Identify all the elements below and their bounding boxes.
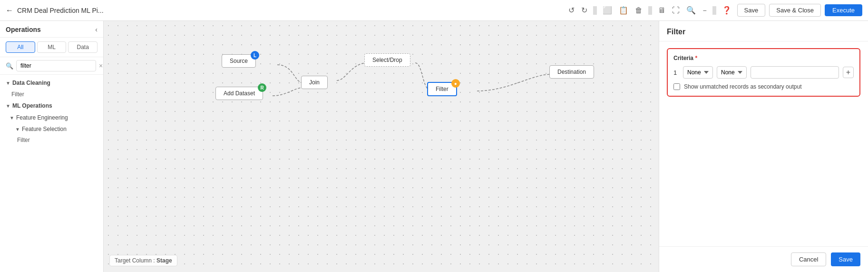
node-filter-label: Filter: [436, 86, 449, 92]
divider1: [593, 6, 597, 15]
undo-icon[interactable]: ↺: [566, 5, 576, 16]
node-add-dataset-badge: R: [258, 83, 266, 92]
panel-body: Criteria * 1 None None + Show unm: [659, 41, 868, 246]
subsection-feature-selection-label: Feature Selection: [22, 126, 67, 132]
page-title: CRM Deal Prediction ML Pi...: [17, 7, 104, 14]
divider3: [712, 6, 716, 15]
node-source[interactable]: Source L: [222, 54, 256, 68]
sidebar-title: Operations: [6, 26, 41, 33]
canvas[interactable]: Source L Add Dataset R Join Select/Drop …: [104, 21, 659, 272]
node-join-label: Join: [309, 79, 320, 86]
topbar-icons: ↺ ↻ ⬜ 📋 🗑 🖥 ⛶ 🔍 − ❓: [566, 5, 733, 16]
criteria-required-star: *: [695, 55, 697, 61]
cancel-button[interactable]: Cancel: [791, 252, 826, 266]
sidebar-search-container: 🔍 ×: [0, 57, 103, 75]
node-select-drop[interactable]: Select/Drop: [364, 53, 410, 67]
save-button[interactable]: Save: [737, 4, 766, 17]
execute-button[interactable]: Execute: [825, 4, 862, 16]
panel-footer: Cancel Save: [659, 246, 868, 272]
sidebar-item-filter-cleaning[interactable]: Filter: [0, 89, 103, 100]
subsection-feature-engineering[interactable]: ▼ Feature Engineering: [0, 112, 103, 123]
delete-icon[interactable]: 🗑: [633, 5, 644, 16]
target-column-label: Target Column :: [115, 257, 156, 264]
topbar-left: ← CRM Deal Prediction ML Pi...: [6, 6, 563, 15]
node-source-badge: L: [251, 51, 259, 60]
chevron-down-icon-fe: ▼: [10, 115, 14, 121]
criteria-text-input[interactable]: [751, 66, 839, 79]
section-data-cleaning-label: Data Cleaning: [12, 80, 50, 86]
tab-data[interactable]: Data: [68, 41, 98, 53]
section-ml-operations[interactable]: ▼ ML Operations: [0, 100, 103, 112]
help-icon[interactable]: ❓: [720, 5, 733, 16]
criteria-select-1[interactable]: None: [683, 66, 713, 79]
node-destination-label: Destination: [557, 69, 586, 75]
divider2: [648, 6, 652, 15]
section-data-cleaning[interactable]: ▼ Data Cleaning: [0, 77, 103, 89]
monitor-icon[interactable]: 🖥: [656, 5, 667, 16]
subsection-feature-selection[interactable]: ▼ Feature Selection: [0, 123, 103, 135]
unmatched-row: Show unmatched records as secondary outp…: [673, 83, 854, 90]
target-column-value: Stage: [156, 257, 172, 264]
node-filter[interactable]: Filter ●: [427, 82, 457, 96]
sidebar: Operations ‹ All ML Data 🔍 × ▼ Data Clea…: [0, 21, 104, 272]
criteria-box: Criteria * 1 None None + Show unm: [667, 48, 860, 97]
tab-ml[interactable]: ML: [37, 41, 67, 53]
sidebar-content: ▼ Data Cleaning Filter ▼ ML Operations ▼…: [0, 75, 103, 272]
section-ml-operations-label: ML Operations: [12, 102, 52, 109]
node-destination[interactable]: Destination: [549, 65, 594, 79]
save-close-button[interactable]: Save & Close: [769, 4, 821, 17]
node-source-label: Source: [230, 58, 248, 64]
criteria-label: Criteria *: [673, 55, 854, 61]
node-select-drop-label: Select/Drop: [372, 57, 402, 63]
redo-icon[interactable]: ↻: [579, 5, 589, 16]
node-filter-badge: ●: [451, 79, 460, 88]
expand-icon[interactable]: ⛶: [670, 5, 682, 16]
chevron-down-icon: ▼: [6, 81, 10, 86]
criteria-add-button[interactable]: +: [843, 67, 854, 78]
zoom-out-icon[interactable]: 🔍: [684, 5, 698, 16]
chevron-down-icon-fs: ▼: [15, 127, 20, 132]
subsection-feature-engineering-label: Feature Engineering: [16, 114, 68, 121]
unmatched-checkbox[interactable]: [673, 83, 680, 90]
sidebar-header: Operations ‹: [0, 21, 103, 38]
sidebar-collapse-button[interactable]: ‹: [95, 26, 98, 33]
search-clear-icon[interactable]: ×: [99, 62, 103, 70]
sidebar-tabs: All ML Data: [0, 38, 103, 57]
criteria-row: 1 None None +: [673, 66, 854, 79]
right-panel: Filter Criteria * 1 None None +: [659, 21, 868, 272]
zoom-in-icon[interactable]: −: [701, 6, 708, 15]
clipboard-icon[interactable]: 📋: [617, 5, 630, 16]
panel-title: Filter: [667, 28, 685, 36]
tab-all[interactable]: All: [6, 41, 35, 53]
panel-save-button[interactable]: Save: [831, 252, 860, 266]
search-icon: 🔍: [6, 62, 13, 70]
chevron-down-icon-ml: ▼: [6, 103, 10, 109]
node-add-dataset[interactable]: Add Dataset R: [215, 87, 263, 100]
node-join[interactable]: Join: [301, 76, 328, 89]
search-input[interactable]: [16, 60, 96, 71]
copy-icon[interactable]: ⬜: [601, 5, 614, 16]
main-layout: Operations ‹ All ML Data 🔍 × ▼ Data Clea…: [0, 21, 868, 272]
criteria-row-number: 1: [673, 69, 679, 76]
unmatched-label: Show unmatched records as secondary outp…: [684, 83, 801, 90]
sidebar-item-filter-selection[interactable]: Filter: [0, 135, 103, 145]
topbar-actions: Save Save & Close Execute: [737, 4, 862, 17]
criteria-select-2[interactable]: None: [717, 66, 747, 79]
panel-header: Filter: [659, 21, 868, 41]
canvas-footer: Target Column : Stage: [109, 255, 177, 266]
topbar: ← CRM Deal Prediction ML Pi... ↺ ↻ ⬜ 📋 🗑…: [0, 0, 868, 21]
back-icon[interactable]: ←: [6, 6, 13, 15]
node-add-dataset-label: Add Dataset: [224, 90, 255, 97]
